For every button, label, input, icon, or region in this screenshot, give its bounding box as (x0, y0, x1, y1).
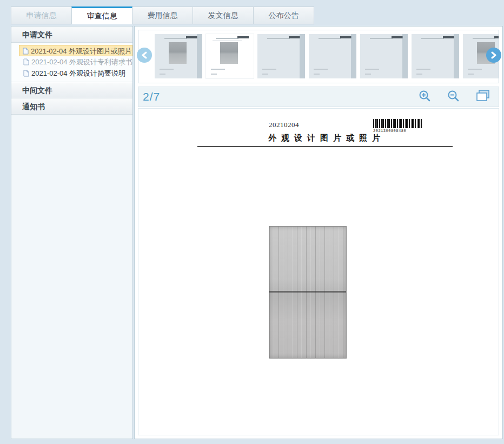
tab-bar: 申请信息 审查信息 费用信息 发文信息 公布公告 (11, 6, 314, 24)
thumbnail-strip (138, 30, 499, 83)
application-documents-list: 2021-02-04 外观设计图片或照片 2021-02-04 外观设计专利请求… (11, 43, 132, 82)
document-icon (23, 47, 29, 56)
thumbnail-page-5[interactable] (360, 34, 408, 78)
prev-page-arrow-icon[interactable] (137, 48, 152, 63)
barcode-image (373, 119, 423, 128)
tree-item-label: 2021-02-04 外观设计专利请求书 (31, 58, 132, 66)
thumbnail-page-3[interactable] (257, 34, 305, 78)
title-divider-rule (197, 146, 453, 147)
document-date: 20210204 (269, 121, 299, 129)
panel-divider-line (269, 291, 346, 293)
section-intermediate-documents[interactable]: 中间文件 (11, 82, 132, 98)
tree-item-design-request[interactable]: 2021-02-04 外观设计专利请求书 (11, 56, 132, 68)
thumbnail-page-6[interactable] (412, 34, 459, 78)
patent-viewer-page: 申请信息 审查信息 费用信息 发文信息 公布公告 申请文件 2021-02-04… (0, 0, 504, 444)
zoom-in-icon[interactable] (419, 90, 431, 104)
document-viewport: 20210204 2021300808480 外观设计图片或照片 (138, 108, 499, 435)
document-title: 外观设计图片或照片 (268, 133, 385, 143)
page-indicator: 2/7 (138, 90, 160, 103)
thumbnail-page-4[interactable] (309, 34, 356, 78)
tab-fee-info[interactable]: 费用信息 (132, 6, 193, 24)
tree-item-design-images[interactable]: 2021-02-04 外观设计图片或照片 (19, 45, 132, 56)
viewer-toolbar: 2/7 (138, 87, 499, 107)
design-panel-image (269, 226, 347, 359)
thumbnail-page-2[interactable] (206, 34, 254, 78)
tree-item-label: 2021-02-04 外观设计简要说明 (31, 69, 125, 77)
document-icon (23, 69, 29, 79)
multi-page-view-icon[interactable] (476, 89, 491, 104)
tab-application-info[interactable]: 申请信息 (11, 6, 72, 24)
thumbnail-page-1[interactable] (155, 34, 202, 78)
tree-item-design-brief[interactable]: 2021-02-04 外观设计简要说明 (11, 68, 132, 79)
document-viewer-panel: 2/7 20210204 2021300808480 外观设计图片或照片 (134, 26, 503, 439)
tab-examination-info[interactable]: 审查信息 (71, 6, 132, 24)
next-page-arrow-icon[interactable] (486, 48, 501, 63)
toolbar-icons (419, 89, 499, 104)
tab-publication-info[interactable]: 公布公告 (253, 6, 314, 24)
tree-item-label: 2021-02-04 外观设计图片或照片 (31, 47, 132, 55)
tab-dispatch-info[interactable]: 发文信息 (193, 6, 254, 24)
document-tree-sidebar: 申请文件 2021-02-04 外观设计图片或照片 2021-02-04 外观设… (11, 26, 133, 439)
section-notifications[interactable]: 通知书 (11, 98, 132, 115)
zoom-out-icon[interactable] (447, 90, 460, 104)
barcode-number: 2021300808480 (373, 129, 406, 133)
section-application-documents[interactable]: 申请文件 (11, 26, 132, 43)
document-icon (23, 57, 29, 68)
